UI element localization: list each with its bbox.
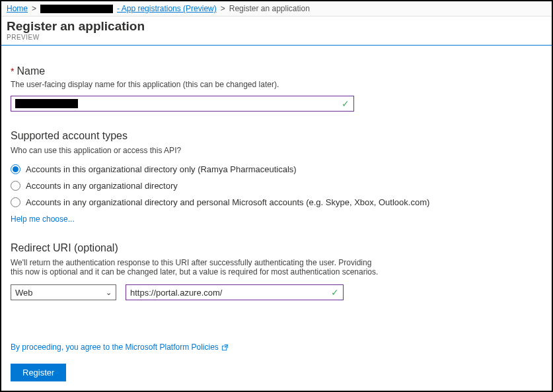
redirect-uri-value: https://portal.azure.com/ [130, 288, 222, 298]
redirect-uri-title: Redirect URI (optional) [11, 242, 542, 254]
breadcrumb-redacted [40, 5, 113, 13]
register-button[interactable]: Register [11, 364, 66, 381]
name-input-value-redacted [15, 99, 78, 108]
radio-any-org-personal[interactable] [11, 197, 20, 207]
breadcrumb-current: Register an application [229, 4, 310, 13]
radio-label: Accounts in any organizational directory [26, 181, 178, 191]
account-types-section: Supported account types Who can use this… [11, 130, 542, 224]
required-indicator: * [11, 66, 14, 77]
breadcrumb-app-registrations[interactable]: - App registrations (Preview) [117, 4, 217, 13]
redirect-uri-help: We'll return the authentication response… [11, 258, 381, 277]
policy-text: By proceeding, you agree to the Microsof… [11, 343, 219, 352]
redirect-uri-section: Redirect URI (optional) We'll return the… [11, 242, 542, 300]
breadcrumb-separator: > [32, 4, 36, 13]
redirect-type-value: Web [15, 288, 33, 298]
name-section: * Name The user-facing display name for … [11, 65, 542, 112]
account-types-title: Supported account types [11, 130, 542, 142]
breadcrumb-home[interactable]: Home [7, 4, 28, 13]
platform-policies-link[interactable]: By proceeding, you agree to the Microsof… [11, 343, 229, 352]
account-type-option-any-org-personal[interactable]: Accounts in any organizational directory… [11, 197, 542, 207]
chevron-down-icon: ⌄ [106, 288, 112, 297]
redirect-uri-input[interactable]: https://portal.azure.com/ ✓ [126, 284, 344, 300]
name-label: Name [17, 65, 45, 77]
page-subtitle: PREVIEW [7, 34, 546, 41]
name-input[interactable]: ✓ [11, 96, 354, 112]
breadcrumb: Home > - App registrations (Preview) > R… [1, 1, 552, 16]
radio-label: Accounts in any organizational directory… [26, 197, 429, 207]
account-type-option-org-only[interactable]: Accounts in this organizational director… [11, 164, 542, 174]
validation-check-icon: ✓ [331, 287, 339, 298]
external-link-icon [221, 344, 229, 351]
radio-label: Accounts in this organizational director… [26, 164, 297, 174]
page-title: Register an application [7, 19, 546, 34]
breadcrumb-separator: > [221, 4, 225, 13]
name-help-text: The user-facing display name for this ap… [11, 80, 542, 89]
help-me-choose-link[interactable]: Help me choose... [11, 214, 75, 224]
radio-org-only[interactable] [11, 164, 20, 174]
account-types-help: Who can use this application or access t… [11, 146, 542, 155]
page-header: Register an application PREVIEW [1, 16, 552, 46]
account-type-option-any-org[interactable]: Accounts in any organizational directory [11, 181, 542, 191]
radio-any-org[interactable] [11, 181, 20, 191]
redirect-type-select[interactable]: Web ⌄ [11, 284, 116, 300]
validation-check-icon: ✓ [342, 98, 350, 109]
